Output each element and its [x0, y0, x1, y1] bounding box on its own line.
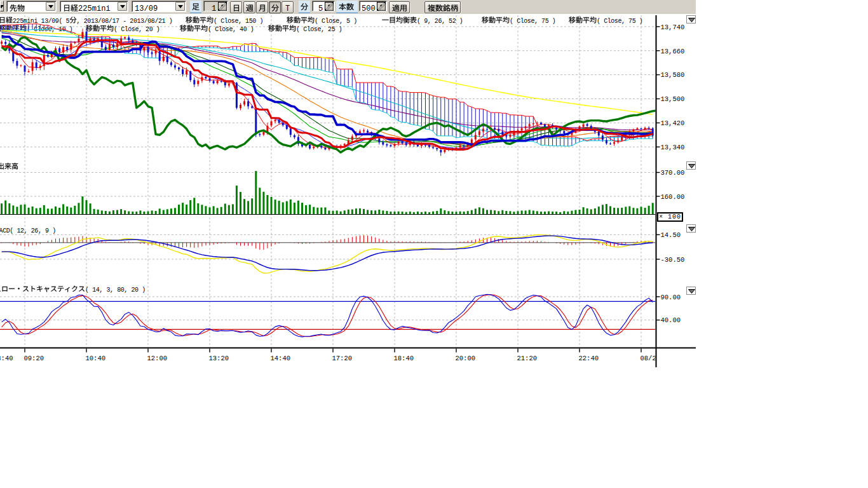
spinner-updown-icon[interactable] — [218, 2, 227, 14]
bar-label-text — [190, 1, 201, 12]
svg-text:( Close, 75 ): ( Close, 75 ) — [510, 18, 556, 25]
label-text — [269, 2, 280, 13]
svg-text:( Close, 20 ): ( Close, 20 ) — [114, 26, 160, 33]
legend-row1-item-1: ( Close, 150 ) — [186, 17, 263, 24]
gridlines — [0, 15, 656, 348]
bar-interval-spinner[interactable]: 1 — [203, 1, 228, 11]
svg-text:MACD( 12, 26, 9 ): MACD( 12, 26, 9 ) — [0, 227, 56, 234]
volume-pane-title — [0, 163, 18, 169]
spinner-updown-icon[interactable] — [325, 2, 334, 14]
volume-axis-label: 370.00 — [661, 169, 685, 177]
macd-pane-indicator-dropdown-button[interactable] — [686, 224, 696, 233]
minute-value: 5 — [318, 3, 324, 14]
legend-row2-item-1: ( Close, 20 ) — [86, 25, 159, 32]
time-axis-label: 18:40 — [394, 355, 414, 362]
multi-symbol-label-text — [425, 2, 460, 13]
minute-value-spinner[interactable]: 5 — [312, 1, 335, 11]
spinner-updown-icon[interactable] — [377, 2, 386, 14]
stoch-pane — [0, 294, 656, 337]
svg-text:500: 500 — [362, 4, 376, 13]
time-axis-label: 17:20 — [332, 355, 353, 362]
diagonal-spin-icon — [325, 2, 334, 11]
main-axis-label: 13,500 — [661, 95, 685, 103]
symbol-combobox-arrow-icon[interactable] — [118, 2, 127, 11]
svg-text:225mini: 225mini — [78, 4, 111, 13]
main-axis-label: 13,660 — [661, 48, 685, 55]
moving-averages — [2, 30, 653, 150]
combo-arrow-icon — [120, 5, 126, 9]
svg-text:225mini 13/09( 5: 225mini 13/09( 5 — [13, 18, 70, 25]
time-axis-label: 09:20 — [24, 355, 44, 362]
legend-row1-item-2: ( Close, 5 ) — [287, 17, 357, 24]
macd-axis-label: -30.50 — [661, 256, 685, 264]
combo-arrow-icon — [178, 5, 184, 9]
main-axis-label: 13,340 — [661, 144, 685, 151]
volume-pane-indicator-dropdown-button[interactable] — [686, 161, 696, 170]
bar-type-label — [190, 1, 201, 13]
period-week-button[interactable] — [243, 1, 255, 13]
toolbar: 225mini 13/09 1 T 5 500 — [0, 0, 696, 14]
clipped-combo-arrow-button[interactable] — [0, 1, 4, 11]
axes: 13,74013,66013,58013,50013,42013,340370.… — [0, 15, 696, 367]
dropdown-arrow-icon — [688, 164, 695, 168]
time-axis-label: 22:40 — [579, 355, 599, 362]
svg-text:( Close, 75 ): ( Close, 75 ) — [597, 18, 643, 25]
contract-month-combobox[interactable]: 13/09 — [132, 1, 186, 12]
ichimoku-cloud — [2, 24, 653, 146]
volume-multiplier-box: × 100 — [657, 212, 683, 222]
apply-label-text — [390, 2, 409, 13]
svg-text:, 2013/08/17 - 2013/08/21 ): , 2013/08/17 - 2013/08/21 ) — [77, 18, 173, 25]
period-day-button[interactable] — [230, 1, 242, 13]
svg-text:T: T — [285, 4, 290, 13]
time-axis-label: 14:40 — [271, 355, 291, 362]
stoch-pane-indicator-dropdown-button[interactable] — [686, 287, 696, 295]
diagonal-spin-icon — [377, 2, 386, 11]
bar-count-spinner[interactable]: 500 — [359, 1, 387, 11]
main-axis-label: 13,580 — [661, 71, 685, 79]
svg-text:1: 1 — [212, 4, 216, 13]
application-screen: 225mini 13/09( 5, 2013/08/17 - 2013/08/2… — [0, 0, 868, 488]
svg-text:( Close, 25 ): ( Close, 25 ) — [296, 26, 342, 33]
legend-row2-item-2: ( Close, 40 ) — [180, 25, 254, 32]
label-text — [257, 2, 268, 13]
main-pane-indicator-dropdown-button[interactable] — [686, 15, 696, 24]
period-tick-button[interactable]: T — [281, 1, 294, 13]
svg-text:13/09: 13/09 — [135, 4, 158, 13]
bar-interval-value: 1 — [212, 3, 217, 14]
dropdown-arrow-icon — [688, 18, 695, 22]
apply-button[interactable] — [389, 1, 410, 13]
combo-arrow-icon — [48, 5, 54, 9]
time-axis-label: 21:20 — [517, 355, 538, 362]
contract-month-combobox-arrow-icon[interactable] — [175, 2, 185, 11]
period-month-button[interactable] — [256, 1, 268, 13]
instrument-combobox[interactable] — [6, 1, 57, 12]
macd-pane — [0, 234, 656, 273]
bar-count-value: 500 — [362, 3, 376, 14]
symbol-combobox-value: 225mini — [63, 3, 111, 14]
stoch-axis-label: 90.00 — [661, 294, 681, 301]
combo-arrow-icon — [0, 4, 4, 10]
symbol-combobox[interactable]: 225mini — [60, 1, 128, 12]
volume-axis-label: 160.00 — [661, 193, 685, 201]
stoch-pane-title: ( 14, 3, 80, 20 ) — [0, 286, 146, 294]
diagonal-spin-icon — [218, 2, 227, 11]
multi-symbol-button[interactable] — [424, 1, 461, 13]
svg-text:( 14, 3, 80, 20 ): ( 14, 3, 80, 20 ) — [85, 287, 146, 294]
main-axis-label: 13,740 — [661, 24, 685, 31]
instrument-combobox-arrow-icon[interactable] — [46, 2, 55, 11]
count-label-text — [336, 1, 358, 12]
dropdown-arrow-icon — [688, 227, 695, 231]
svg-text:( 9, 26, 52 ): ( 9, 26, 52 ) — [417, 18, 463, 25]
svg-text:5: 5 — [318, 4, 323, 13]
label-text — [231, 2, 241, 13]
svg-text:( Close, 5 ): ( Close, 5 ) — [315, 18, 357, 25]
label-text — [244, 2, 255, 13]
period-minute-button[interactable] — [269, 1, 281, 13]
ichimoku-lines — [2, 37, 657, 152]
legend-row1-item-5: ( Close, 75 ) — [569, 17, 642, 24]
bar-count-label — [336, 1, 358, 13]
label-text: T — [282, 2, 293, 13]
minute-label-text — [299, 1, 310, 12]
time-axis-label: 08/21 — [641, 355, 661, 362]
legend-row1-item-4: ( Close, 75 ) — [482, 17, 555, 24]
